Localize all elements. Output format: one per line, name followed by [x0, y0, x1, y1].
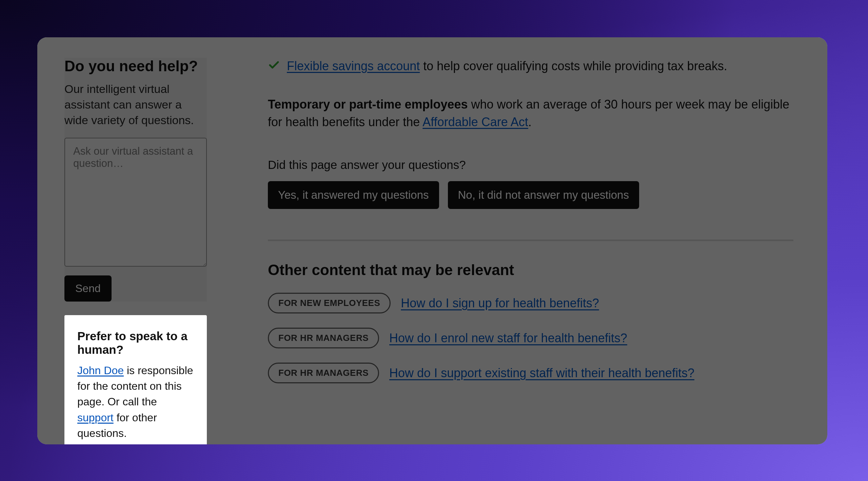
feedback-question: Did this page answer your questions?	[268, 158, 793, 172]
divider	[268, 239, 793, 241]
audience-tag: FOR NEW EMPLOYEES	[268, 293, 391, 313]
benefit-text-after: to help cover qualifying costs while pro…	[420, 59, 727, 73]
main-content: Flexible savings account to help cover q…	[220, 37, 827, 444]
support-link[interactable]: support	[77, 411, 114, 424]
feedback-yes-button[interactable]: Yes, it answered my questions	[268, 181, 439, 209]
sidebar: Do you need help? Our intelligent virtua…	[37, 37, 220, 444]
eligibility-end: .	[528, 115, 532, 129]
aca-link[interactable]: Affordable Care Act	[422, 115, 528, 129]
fsa-link[interactable]: Flexible savings account	[287, 59, 420, 73]
related-link[interactable]: How do I support existing staff with the…	[389, 366, 694, 380]
contact-person-link[interactable]: John Doe	[77, 364, 124, 377]
help-description: Our intelligent virtual assistant can an…	[64, 81, 207, 128]
content-wrapper: Do you need help? Our intelligent virtua…	[37, 37, 827, 444]
human-contact-text: John Doe is responsible for the content …	[77, 363, 194, 441]
help-title: Do you need help?	[64, 58, 207, 75]
eligibility-bold: Temporary or part-time employees	[268, 97, 468, 111]
help-card: Do you need help? Our intelligent virtua…	[64, 58, 207, 302]
feedback-no-button[interactable]: No, it did not answer my questions	[448, 181, 639, 209]
eligibility-paragraph: Temporary or part-time employees who wor…	[268, 96, 793, 131]
related-link[interactable]: How do I sign up for health benefits?	[401, 296, 599, 310]
related-title: Other content that may be relevant	[268, 262, 793, 278]
app-frame: Do you need help? Our intelligent virtua…	[37, 37, 827, 444]
send-button[interactable]: Send	[64, 275, 112, 302]
check-icon	[268, 58, 280, 75]
related-item: FOR NEW EMPLOYEES How do I sign up for h…	[268, 293, 793, 313]
related-link[interactable]: How do I enrol new staff for health bene…	[389, 331, 627, 345]
benefit-text: Flexible savings account to help cover q…	[287, 58, 727, 75]
benefit-item: Flexible savings account to help cover q…	[268, 58, 793, 75]
audience-tag: FOR HR MANAGERS	[268, 363, 379, 383]
assistant-input[interactable]	[64, 138, 207, 267]
human-contact-title: Prefer to speak to a human?	[77, 329, 194, 357]
audience-tag: FOR HR MANAGERS	[268, 328, 379, 348]
human-contact-card: Prefer to speak to a human? John Doe is …	[64, 315, 207, 444]
related-item: FOR HR MANAGERS How do I enrol new staff…	[268, 328, 793, 348]
feedback-buttons: Yes, it answered my questions No, it did…	[268, 181, 793, 209]
related-item: FOR HR MANAGERS How do I support existin…	[268, 363, 793, 383]
